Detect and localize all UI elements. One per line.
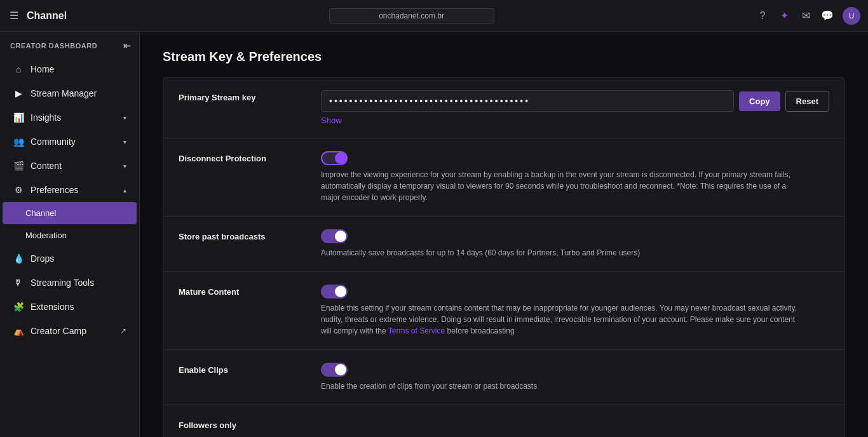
chat-icon[interactable]: 💬 — [821, 10, 834, 22]
settings-card: Primary Stream key Copy Reset Show Disco… — [163, 77, 845, 437]
reset-button[interactable]: Reset — [785, 91, 829, 112]
disconnect-protection-control: Improve the viewing experience for your … — [321, 151, 829, 203]
main-layout: Creator Dashboard ⇤ ⌂ Home ▶ Stream Mana… — [0, 32, 868, 437]
help-icon[interactable]: ? — [756, 10, 769, 22]
enable-clips-description: Enable the creation of clips from your s… — [321, 380, 804, 392]
sidebar-item-streaming-tools[interactable]: 🎙 Streaming Tools — [3, 271, 137, 295]
sidebar-item-label: Streaming Tools — [31, 278, 94, 288]
mature-content-row: Mature Content Enable this setting if yo… — [163, 272, 844, 350]
sidebar-title: Creator Dashboard — [10, 42, 97, 50]
streaming-tools-icon: 🎙 — [13, 277, 24, 288]
toggle-thumb — [335, 231, 346, 242]
store-broadcasts-toggle[interactable] — [321, 229, 348, 243]
insights-icon: 📊 — [13, 112, 24, 123]
drops-icon: 💧 — [13, 253, 24, 264]
toggle-thumb — [335, 364, 346, 375]
disconnect-protection-label: Disconnect Protection — [179, 151, 306, 163]
stream-manager-icon: ▶ — [13, 88, 24, 99]
mature-content-toggle[interactable] — [321, 285, 348, 299]
chevron-down-icon: ▾ — [123, 163, 126, 170]
stream-key-control: Copy Reset Show — [321, 90, 829, 125]
followers-only-label: Followers only — [179, 418, 306, 430]
mature-content-label: Mature Content — [179, 285, 306, 297]
topbar: ☰ Channel onchadanet.com.br ? ✦ ✉ 💬 U — [0, 0, 868, 32]
sidebar-item-label: Stream Manager — [31, 88, 97, 98]
home-icon: ⌂ — [13, 64, 24, 75]
chevron-down-icon: ▾ — [123, 138, 126, 145]
chevron-up-icon: ▴ — [123, 187, 126, 194]
main-content: Stream Key & Preferences Primary Stream … — [140, 32, 868, 437]
toggle-track — [321, 285, 348, 299]
sidebar-item-stream-manager[interactable]: ▶ Stream Manager — [3, 81, 137, 105]
toggle-thumb — [335, 286, 346, 297]
toggle-thumb — [335, 152, 346, 164]
enable-clips-label: Enable Clips — [179, 363, 306, 375]
sidebar-item-preferences[interactable]: ⚙ Preferences ▴ — [3, 178, 137, 202]
sidebar-item-creator-camp[interactable]: ⛺ Creator Camp ↗ — [3, 319, 137, 343]
sidebar-collapse-button[interactable]: ⇤ — [123, 41, 132, 51]
mail-icon[interactable]: ✉ — [799, 10, 812, 22]
sidebar-item-label: Extensions — [31, 302, 74, 312]
disconnect-protection-toggle[interactable] — [321, 151, 348, 165]
sidebar-header: Creator Dashboard ⇤ — [0, 32, 139, 57]
page-title: Stream Key & Preferences — [163, 50, 845, 64]
menu-icon[interactable]: ☰ — [8, 10, 20, 22]
magic-icon[interactable]: ✦ — [778, 10, 790, 22]
sidebar-item-label: Channel — [25, 208, 56, 218]
sidebar-item-label: Content — [31, 161, 62, 171]
avatar[interactable]: U — [843, 7, 860, 25]
store-broadcasts-description: Automatically save broadcasts for up to … — [321, 247, 804, 259]
toggle-track — [321, 363, 348, 377]
sidebar-item-community[interactable]: 👥 Community ▾ — [3, 130, 137, 154]
preferences-icon: ⚙ — [13, 184, 24, 196]
url-bar[interactable]: onchadanet.com.br — [329, 8, 494, 24]
sidebar-item-label: Preferences — [31, 185, 78, 195]
enable-clips-toggle[interactable] — [321, 363, 348, 377]
community-icon: 👥 — [13, 136, 24, 147]
sidebar-item-drops[interactable]: 💧 Drops — [3, 246, 137, 271]
copy-button[interactable]: Copy — [739, 91, 780, 111]
sidebar-item-moderation[interactable]: Moderation — [3, 224, 137, 246]
sidebar-item-channel[interactable]: Channel — [3, 202, 137, 224]
disconnect-protection-row: Disconnect Protection Improve the viewin… — [163, 138, 844, 217]
terms-of-service-link[interactable]: Terms of Service — [388, 326, 445, 335]
extensions-icon: 🧩 — [13, 301, 24, 313]
followers-only-row: Followers only — [163, 405, 844, 437]
toggle-track — [321, 229, 348, 243]
sidebar-item-label: Creator Camp — [31, 326, 86, 336]
store-broadcasts-control: Automatically save broadcasts for up to … — [321, 229, 829, 259]
external-link-icon: ↗ — [120, 326, 126, 335]
topbar-center: onchadanet.com.br — [67, 8, 756, 24]
disconnect-protection-description: Improve the viewing experience for your … — [321, 169, 804, 203]
sidebar-item-label: Home — [31, 64, 54, 74]
topbar-right: ? ✦ ✉ 💬 U — [756, 7, 860, 25]
stream-key-input-wrap: Copy Reset — [321, 90, 829, 112]
sidebar-item-content[interactable]: 🎬 Content ▾ — [3, 154, 137, 178]
sidebar-item-label: Drops — [31, 253, 54, 264]
sidebar-item-label: Insights — [31, 112, 61, 123]
sidebar-item-home[interactable]: ⌂ Home — [3, 57, 137, 81]
mature-content-control: Enable this setting if your stream conta… — [321, 285, 829, 337]
enable-clips-control: Enable the creation of clips from your s… — [321, 363, 829, 392]
stream-key-label: Primary Stream key — [179, 90, 306, 102]
store-broadcasts-row: Store past broadcasts Automatically save… — [163, 217, 844, 272]
mature-content-description: Enable this setting if your stream conta… — [321, 302, 804, 337]
sidebar: Creator Dashboard ⇤ ⌂ Home ▶ Stream Mana… — [0, 32, 140, 437]
content-icon: 🎬 — [13, 160, 24, 171]
topbar-left: ☰ Channel — [8, 10, 67, 22]
toggle-track — [321, 151, 348, 165]
sidebar-item-label: Community — [31, 137, 76, 147]
topbar-title: Channel — [27, 10, 67, 22]
store-broadcasts-label: Store past broadcasts — [179, 229, 306, 241]
creator-camp-icon: ⛺ — [13, 325, 24, 337]
show-link[interactable]: Show — [321, 116, 829, 125]
stream-key-input[interactable] — [321, 90, 734, 112]
sidebar-item-extensions[interactable]: 🧩 Extensions — [3, 295, 137, 319]
stream-key-row: Primary Stream key Copy Reset Show — [163, 77, 844, 138]
sidebar-item-label: Moderation — [25, 231, 67, 240]
sidebar-item-insights[interactable]: 📊 Insights ▾ — [3, 105, 137, 130]
enable-clips-row: Enable Clips Enable the creation of clip… — [163, 350, 844, 405]
chevron-down-icon: ▾ — [123, 114, 126, 121]
